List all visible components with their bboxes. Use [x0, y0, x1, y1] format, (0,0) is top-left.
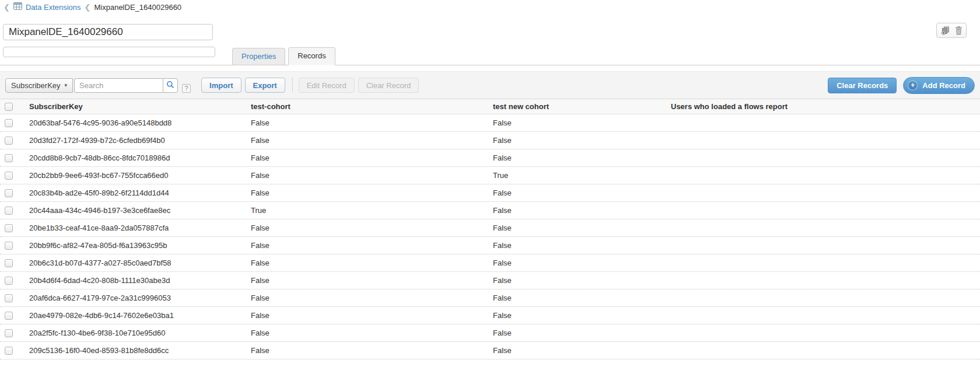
row-checkbox[interactable] [5, 277, 13, 285]
column-header-subscriber-key: SubscriberKey [23, 102, 245, 111]
add-record-button[interactable]: + Add Record [903, 77, 975, 94]
search-input[interactable] [74, 78, 163, 93]
select-all-checkbox[interactable] [5, 103, 13, 111]
cell-subscriber-key: 20a2f5fc-f130-4be6-9f38-10e710e95d60 [23, 329, 245, 337]
table-body: 20d63baf-5476-4c95-9036-a90e5148bdd8 Fal… [0, 114, 980, 359]
cell-test-cohort: False [245, 276, 487, 285]
cell-test-cohort: False [245, 241, 487, 250]
row-checkbox[interactable] [5, 224, 13, 232]
cell-test-new-cohort: False [487, 188, 665, 197]
breadcrumb: ❮ Data Extensions ❮ MixpanelDE_164002966… [4, 2, 181, 12]
table-row: 20be1b33-ceaf-41ce-8aa9-2da057887cfa Fal… [0, 219, 980, 237]
cell-subscriber-key: 20be1b33-ceaf-41ce-8aa9-2da057887cfa [23, 224, 245, 232]
search-button[interactable] [163, 78, 178, 93]
breadcrumb-separator-icon: ❮ [85, 4, 91, 11]
search-icon [166, 81, 174, 90]
edit-record-button[interactable]: Edit Record [299, 78, 355, 93]
table-row: 20a2f5fc-f130-4be6-9f38-10e710e95d60 Fal… [0, 324, 980, 342]
tab-strip: Properties Records [0, 48, 980, 65]
add-record-label: Add Record [922, 81, 965, 90]
cell-test-cohort: False [245, 311, 487, 320]
help-icon[interactable]: ? [182, 84, 191, 93]
table-row: 20b6c31d-b07d-4377-a027-85c0aed7bf58 Fal… [0, 254, 980, 272]
row-checkbox[interactable] [5, 242, 13, 250]
row-checkbox[interactable] [5, 172, 13, 180]
row-checkbox[interactable] [5, 207, 13, 215]
table-row: 20cdd8b8-9cb7-48db-86cc-8fdc7018986d Fal… [0, 149, 980, 167]
table-row: 20d3fd27-172f-4939-b72c-6cfedb69f4b0 Fal… [0, 132, 980, 149]
cell-subscriber-key: 20cb2bb9-9ee6-493f-bc67-755fcca66ed0 [23, 171, 245, 180]
clear-record-button[interactable]: Clear Record [358, 78, 419, 93]
cell-subscriber-key: 20d3fd27-172f-4939-b72c-6cfedb69f4b0 [23, 136, 245, 145]
table-row: 20b4d6f4-6dad-4c20-808b-1111e30abe3d Fal… [0, 272, 980, 289]
cell-subscriber-key: 20c44aaa-434c-4946-b197-3e3ce6fae8ec [23, 206, 245, 215]
export-button[interactable]: Export [245, 78, 285, 93]
import-button[interactable]: Import [201, 78, 241, 93]
records-toolbar: SubscriberKey ▾ ? Import Export Edit Rec… [0, 71, 980, 99]
tab-properties[interactable]: Properties [232, 48, 285, 65]
column-header-flows-report: Users who loaded a flows report [665, 102, 980, 111]
records-table: SubscriberKey test-cohort test new cohor… [0, 99, 980, 359]
table-row: 20c83b4b-ad2e-45f0-89b2-6f2114dd1d44 Fal… [0, 184, 980, 202]
search-field-dropdown-value: SubscriberKey [11, 81, 61, 90]
cell-test-cohort: False [245, 259, 487, 267]
cell-test-new-cohort: False [487, 241, 665, 250]
chevron-down-icon: ▾ [65, 82, 68, 88]
cell-test-new-cohort: False [487, 311, 665, 320]
table-row: 20d63baf-5476-4c95-9036-a90e5148bdd8 Fal… [0, 114, 980, 132]
cell-test-cohort: True [245, 206, 487, 215]
cell-test-new-cohort: False [487, 153, 665, 162]
cell-subscriber-key: 209c5136-16f0-40ed-8593-81b8fe8dd6cc [23, 346, 245, 355]
row-checkbox[interactable] [5, 259, 13, 267]
cell-test-cohort: False [245, 171, 487, 180]
extension-actions-box [936, 23, 967, 38]
cell-subscriber-key: 20bb9f6c-af82-47ea-805d-f6a13963c95b [23, 241, 245, 250]
column-header-test-cohort: test-cohort [245, 102, 487, 111]
table-row: 20af6dca-6627-4179-97ce-2a31c9996053 Fal… [0, 289, 980, 307]
cell-test-new-cohort: False [487, 276, 665, 285]
row-checkbox[interactable] [5, 347, 13, 355]
row-checkbox[interactable] [5, 137, 13, 145]
cell-test-new-cohort: False [487, 259, 665, 267]
cell-test-new-cohort: True [487, 171, 665, 180]
cell-subscriber-key: 20d63baf-5476-4c95-9036-a90e5148bdd8 [23, 118, 245, 127]
cell-test-new-cohort: False [487, 206, 665, 215]
cell-test-cohort: False [245, 118, 487, 127]
row-checkbox[interactable] [5, 329, 13, 337]
cell-subscriber-key: 20cdd8b8-9cb7-48db-86cc-8fdc7018986d [23, 153, 245, 162]
cell-test-cohort: False [245, 136, 487, 145]
table-row: 20c44aaa-434c-4946-b197-3e3ce6fae8ec Tru… [0, 202, 980, 219]
cell-test-cohort: False [245, 153, 487, 162]
row-checkbox[interactable] [5, 294, 13, 302]
row-checkbox[interactable] [5, 154, 13, 162]
duplicate-icon[interactable] [941, 26, 950, 35]
search-field-dropdown[interactable]: SubscriberKey ▾ [5, 78, 73, 93]
row-checkbox[interactable] [5, 312, 13, 320]
tab-records[interactable]: Records [288, 47, 335, 65]
search-box [74, 78, 178, 93]
cell-test-cohort: False [245, 346, 487, 355]
cell-test-new-cohort: False [487, 294, 665, 302]
cell-test-cohort: False [245, 329, 487, 337]
cell-test-new-cohort: False [487, 224, 665, 232]
cell-subscriber-key: 20af6dca-6627-4179-97ce-2a31c9996053 [23, 294, 245, 302]
toolbar-divider [292, 78, 293, 92]
table-row: 20ae4979-082e-4db6-9c14-7602e6e03ba1 Fal… [0, 307, 980, 324]
extension-name-input[interactable] [3, 24, 213, 40]
breadcrumb-current-item: MixpanelDE_1640029660 [94, 3, 181, 12]
row-checkbox[interactable] [5, 119, 13, 127]
plus-icon: + [908, 81, 918, 90]
cell-test-cohort: False [245, 294, 487, 302]
column-header-test-new-cohort: test new cohort [487, 102, 665, 111]
breadcrumb-data-extensions-link[interactable]: Data Extensions [26, 3, 81, 12]
cell-subscriber-key: 20b4d6f4-6dad-4c20-808b-1111e30abe3d [23, 276, 245, 285]
back-chevron-icon[interactable]: ❮ [4, 4, 10, 11]
clear-records-button[interactable]: Clear Records [828, 78, 897, 93]
trash-icon[interactable] [955, 26, 963, 35]
table-header-row: SubscriberKey test-cohort test new cohor… [0, 99, 980, 114]
row-checkbox[interactable] [5, 189, 13, 197]
data-extension-grid-icon [13, 2, 22, 12]
cell-test-new-cohort: False [487, 346, 665, 355]
data-extension-records-page: ❮ Data Extensions ❮ MixpanelDE_164002966… [0, 0, 980, 391]
cell-test-cohort: False [245, 188, 487, 197]
